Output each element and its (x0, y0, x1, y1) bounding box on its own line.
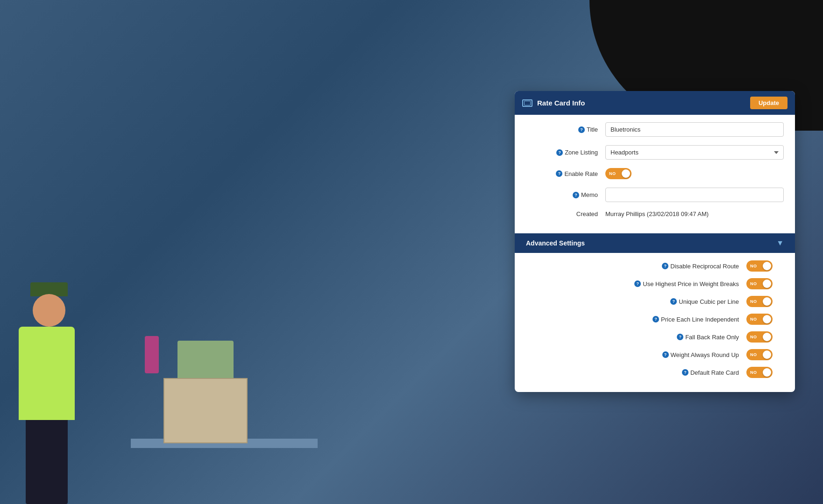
weight-round-up-toggle-container: NO (746, 349, 784, 360)
enable-rate-row: ? Enable Rate NO (526, 168, 784, 179)
default-rate-card-toggle-container: NO (746, 367, 784, 378)
worker-torso (19, 327, 75, 420)
card-body: ? Title ? Zone Listing Headports Zone A … (515, 115, 795, 392)
form-section-main: ? Title ? Zone Listing Headports Zone A … (515, 115, 795, 233)
laptop (177, 341, 234, 378)
weight-round-up-row: ? Weight Always Round Up NO (526, 349, 784, 360)
unique-cubic-help-icon[interactable]: ? (670, 298, 677, 305)
default-rate-card-help-icon[interactable]: ? (682, 369, 688, 376)
disable-reciprocal-toggle[interactable]: NO (746, 260, 773, 272)
unique-cubic-toggle[interactable]: NO (746, 296, 773, 307)
weight-round-up-label: ? Weight Always Round Up (526, 351, 746, 358)
enable-rate-toggle-track: NO (605, 168, 631, 179)
zone-listing-select[interactable]: Headports Zone A Zone B Zone C (605, 145, 784, 160)
price-each-line-row: ? Price Each Line Independent NO (526, 314, 784, 325)
zone-listing-help-icon[interactable]: ? (556, 149, 563, 156)
use-highest-price-toggle-container: NO (746, 278, 784, 289)
default-rate-card-row: ? Default Rate Card NO (526, 367, 784, 378)
memo-help-icon[interactable]: ? (573, 192, 579, 198)
use-highest-price-row: ? Use Highest Price in Weight Breaks NO (526, 278, 784, 289)
enable-rate-toggle-label: NO (609, 171, 616, 176)
disable-reciprocal-label: ? Disable Reciprocal Route (526, 263, 746, 270)
price-each-line-label: ? Price Each Line Independent (526, 316, 746, 323)
created-label: Created (526, 210, 605, 217)
advanced-settings-title: Advanced Settings (526, 239, 585, 247)
memo-input[interactable] (605, 188, 784, 202)
zone-listing-row: ? Zone Listing Headports Zone A Zone B Z… (526, 145, 784, 160)
enable-rate-toggle[interactable]: NO (605, 168, 631, 179)
title-help-icon[interactable]: ? (578, 126, 585, 133)
advanced-settings-body: ? Disable Reciprocal Route NO ? Use (515, 253, 795, 392)
enable-rate-toggle-thumb (622, 169, 630, 178)
cardboard-box (163, 378, 248, 443)
memo-label: ? Memo (526, 191, 605, 198)
panel-title: Rate Card Info (537, 99, 585, 107)
title-label: ? Title (526, 126, 605, 133)
memo-row: ? Memo (526, 188, 784, 202)
fall-back-rate-toggle-container: NO (746, 331, 784, 343)
created-row: Created Murray Phillips (23/02/2018 09:4… (526, 210, 784, 217)
weight-round-up-help-icon[interactable]: ? (662, 351, 669, 358)
unique-cubic-label: ? Unique Cubic per Line (526, 298, 746, 305)
price-each-line-help-icon[interactable]: ? (653, 316, 659, 322)
advanced-settings-chevron: ▼ (776, 239, 784, 247)
use-highest-price-help-icon[interactable]: ? (634, 280, 641, 287)
card-header-left: Rate Card Info (522, 99, 585, 107)
unique-cubic-row: ? Unique Cubic per Line NO (526, 296, 784, 307)
card-header: Rate Card Info Update (515, 91, 795, 115)
use-highest-price-label: ? Use Highest Price in Weight Breaks (526, 280, 746, 287)
water-bottle (145, 336, 159, 373)
worker-head (33, 294, 65, 327)
title-row: ? Title (526, 122, 784, 137)
enable-rate-label: ? Enable Rate (526, 170, 605, 177)
fall-back-rate-help-icon[interactable]: ? (677, 334, 683, 340)
disable-reciprocal-toggle-container: NO (746, 260, 784, 272)
unique-cubic-toggle-container: NO (746, 296, 784, 307)
enable-rate-toggle-container: NO (605, 168, 643, 179)
created-value: Murray Phillips (23/02/2018 09:47 AM) (605, 210, 784, 217)
price-each-line-toggle[interactable]: NO (746, 314, 773, 325)
zone-listing-label: ? Zone Listing (526, 149, 605, 156)
advanced-settings-header[interactable]: Advanced Settings ▼ (515, 233, 795, 253)
default-rate-card-toggle[interactable]: NO (746, 367, 773, 378)
weight-round-up-toggle[interactable]: NO (746, 349, 773, 360)
update-button[interactable]: Update (750, 97, 788, 109)
rate-card-info-panel: Rate Card Info Update ? Title ? Zone Lis… (515, 91, 795, 392)
use-highest-price-toggle[interactable]: NO (746, 278, 773, 289)
disable-reciprocal-row: ? Disable Reciprocal Route NO (526, 260, 784, 272)
rate-card-icon (522, 99, 532, 107)
fall-back-rate-label: ? Fall Back Rate Only (526, 334, 746, 341)
enable-rate-help-icon[interactable]: ? (556, 170, 562, 177)
price-each-line-toggle-container: NO (746, 314, 784, 325)
worker-legs (26, 420, 68, 504)
fall-back-rate-toggle[interactable]: NO (746, 331, 773, 343)
fall-back-rate-row: ? Fall Back Rate Only NO (526, 331, 784, 343)
title-input[interactable] (605, 122, 784, 137)
disable-reciprocal-help-icon[interactable]: ? (662, 263, 668, 269)
default-rate-card-label: ? Default Rate Card (526, 369, 746, 376)
